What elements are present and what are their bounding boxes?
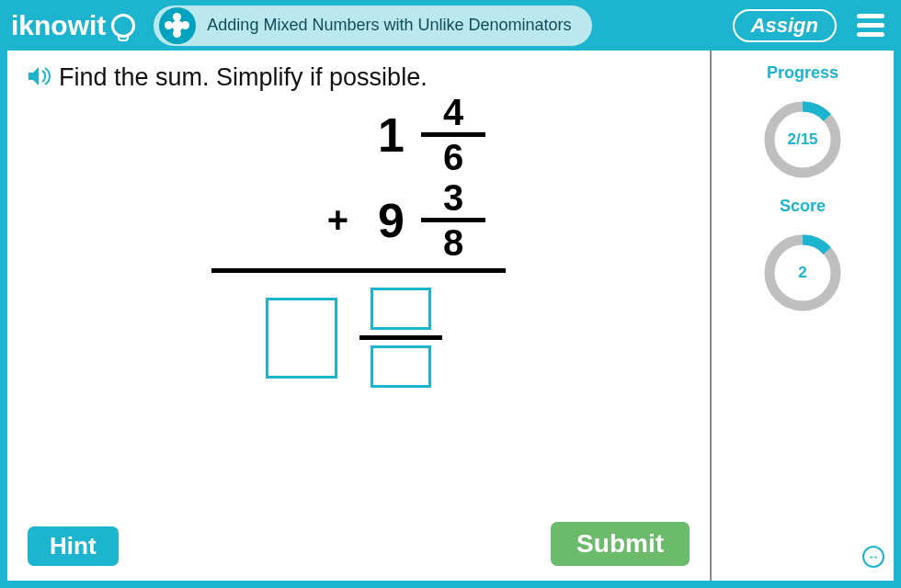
assign-button[interactable]: Assign (733, 9, 837, 42)
progress-label: Progress (767, 63, 838, 83)
hint-button[interactable]: Hint (28, 526, 119, 566)
sum-line (211, 268, 506, 273)
progress-ring: 2/15 (762, 99, 843, 180)
score-label: Score (780, 197, 826, 216)
term-1: 1 4 6 (211, 92, 506, 177)
answer-denominator-input[interactable] (371, 345, 431, 388)
menu-icon[interactable] (857, 9, 884, 41)
expand-icon[interactable]: ↔ (862, 546, 884, 568)
term2-numerator: 3 (436, 177, 471, 218)
logo[interactable]: iknowit (11, 10, 135, 41)
topic-title: Adding Mixed Numbers with Unlike Denomin… (207, 16, 571, 35)
lightbulb-icon (111, 14, 135, 38)
side-panel: Progress 2/15 Score 2 ↔ (710, 51, 894, 581)
math-area: 1 4 6 + 9 3 8 (28, 92, 690, 522)
answer-whole-input[interactable] (266, 298, 337, 379)
progress-text: 2/15 (762, 99, 843, 180)
main-panel: Find the sum. Simplify if possible. 1 4 … (7, 51, 710, 581)
score-ring: 2 (762, 232, 843, 313)
topic-pill: Adding Mixed Numbers with Unlike Denomin… (154, 6, 591, 46)
logo-text: iknowit (11, 10, 106, 41)
header-bar: iknowit Adding Mixed Numbers with Unlike… (0, 0, 901, 51)
operator: + (327, 199, 348, 241)
score-text: 2 (762, 232, 843, 313)
term1-denominator: 6 (436, 137, 471, 177)
term-2: + 9 3 8 (211, 177, 506, 263)
answer-numerator-input[interactable] (371, 288, 431, 330)
term1-numerator: 4 (436, 92, 471, 132)
topic-icon (159, 7, 196, 44)
term2-whole: 9 (378, 193, 405, 248)
answer-row (211, 288, 506, 388)
submit-button[interactable]: Submit (551, 522, 690, 566)
term2-denominator: 8 (436, 222, 471, 263)
term1-whole: 1 (378, 107, 405, 163)
content-frame: Find the sum. Simplify if possible. 1 4 … (0, 51, 901, 588)
question-prompt: Find the sum. Simplify if possible. (59, 63, 428, 92)
speaker-icon[interactable] (28, 66, 51, 90)
